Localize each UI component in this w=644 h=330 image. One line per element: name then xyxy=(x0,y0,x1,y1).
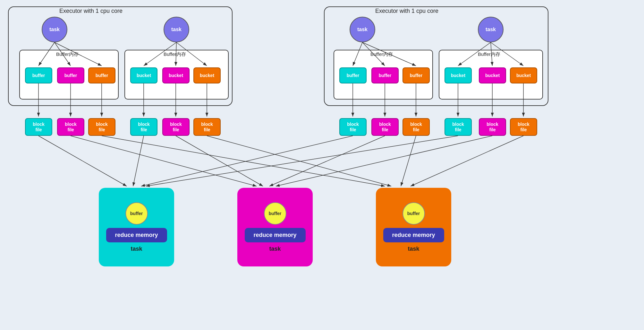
svg-line-35 xyxy=(276,136,492,186)
svg-line-36 xyxy=(411,136,523,186)
svg-line-27 xyxy=(102,136,385,186)
blockfile-1c: blockfile xyxy=(88,118,115,136)
buffer-box-3c: buffer xyxy=(402,67,430,83)
buffer-mem-label-3: Buffer内存 xyxy=(370,51,393,57)
svg-line-33 xyxy=(401,136,416,186)
reduce-btn-1: reduce memory xyxy=(106,228,167,242)
svg-line-30 xyxy=(207,136,391,186)
blockfile-3c: blockfile xyxy=(402,118,430,136)
blockfile-4b: blockfile xyxy=(479,118,506,136)
executor-label-1: Executor with 1 cpu core xyxy=(59,8,123,14)
reduce-btn-2: reduce memory xyxy=(245,228,306,242)
bottom-box-orange: buffer reduce memory task xyxy=(376,188,451,266)
bucket-box-2c: bucket xyxy=(193,67,221,83)
buffer-box-1b: buffer xyxy=(57,67,84,83)
buffer-box-1c: buffer xyxy=(88,67,115,83)
buffer-box-3b: buffer xyxy=(371,67,399,83)
blockfile-2c: blockfile xyxy=(193,118,221,136)
bucket-box-4a: bucket xyxy=(445,67,472,83)
task-circle-3: task xyxy=(350,17,375,42)
task-circle-2: task xyxy=(164,17,189,42)
bottom-task-label-1: task xyxy=(131,246,142,252)
bucket-box-4c: bucket xyxy=(510,67,537,83)
bucket-box-4b: bucket xyxy=(479,67,506,83)
blockfile-4c: blockfile xyxy=(510,118,537,136)
svg-line-28 xyxy=(133,136,144,186)
svg-line-31 xyxy=(141,136,353,186)
bucket-box-2b: bucket xyxy=(162,67,190,83)
buffer-mem-label-1: Buffer内存 xyxy=(56,51,79,57)
buffer-box-3a: buffer xyxy=(339,67,367,83)
blockfile-3b: blockfile xyxy=(371,118,399,136)
blockfile-1a: blockfile xyxy=(25,118,52,136)
bottom-box-cyan: buffer reduce memory task xyxy=(99,188,174,266)
executor-label-2: Executor with 1 cpu core xyxy=(375,8,438,14)
blockfile-3a: blockfile xyxy=(339,118,367,136)
bottom-task-label-2: task xyxy=(269,246,281,252)
bottom-task-label-3: task xyxy=(408,246,419,252)
svg-line-26 xyxy=(71,136,257,186)
bottom-box-magenta: buffer reduce memory task xyxy=(237,188,313,266)
blockfile-4a: blockfile xyxy=(445,118,472,136)
buffer-mem-label-4: Buffer内存 xyxy=(478,51,500,57)
svg-line-25 xyxy=(38,136,127,186)
diagram: Executor with 1 cpu core Executor with 1… xyxy=(0,0,644,330)
svg-line-34 xyxy=(146,136,458,186)
svg-line-32 xyxy=(269,136,385,186)
bottom-circle-2: buffer xyxy=(264,202,286,225)
bottom-circle-1: buffer xyxy=(125,202,148,225)
buffer-box-1a: buffer xyxy=(25,67,52,83)
blockfile-2b: blockfile xyxy=(162,118,190,136)
bucket-box-2a: bucket xyxy=(130,67,157,83)
task-circle-4: task xyxy=(478,17,504,42)
blockfile-1b: blockfile xyxy=(57,118,84,136)
task-circle-1: task xyxy=(42,17,67,42)
svg-line-29 xyxy=(176,136,263,186)
blockfile-2a: blockfile xyxy=(130,118,157,136)
bottom-circle-3: buffer xyxy=(402,202,425,225)
buffer-mem-label-2: Buffer内存 xyxy=(164,51,186,57)
reduce-btn-3: reduce memory xyxy=(383,228,444,242)
